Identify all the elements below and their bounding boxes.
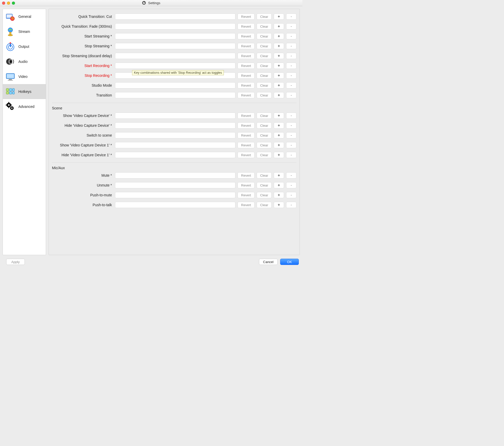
remove-binding-button[interactable]: - bbox=[286, 142, 296, 148]
add-binding-button[interactable]: + bbox=[274, 63, 284, 69]
revert-button[interactable]: Revert bbox=[238, 113, 255, 119]
zoom-icon[interactable] bbox=[12, 2, 15, 5]
clear-button[interactable]: Clear bbox=[257, 202, 272, 208]
ok-button[interactable]: OK bbox=[280, 259, 299, 265]
hotkey-input[interactable] bbox=[115, 152, 235, 158]
add-binding-button[interactable]: + bbox=[274, 33, 284, 39]
clear-button[interactable]: Clear bbox=[257, 63, 272, 69]
clear-button[interactable]: Clear bbox=[257, 152, 272, 158]
clear-button[interactable]: Clear bbox=[257, 132, 272, 138]
remove-binding-button[interactable]: - bbox=[286, 13, 296, 20]
add-binding-button[interactable]: + bbox=[274, 82, 284, 88]
hotkey-input[interactable] bbox=[115, 82, 235, 88]
revert-button[interactable]: Revert bbox=[238, 72, 255, 79]
add-binding-button[interactable]: + bbox=[274, 13, 284, 20]
revert-button[interactable]: Revert bbox=[238, 132, 255, 138]
clear-button[interactable]: Clear bbox=[257, 13, 272, 20]
clear-button[interactable]: Clear bbox=[257, 23, 272, 29]
clear-button[interactable]: Clear bbox=[257, 192, 272, 198]
minimize-icon[interactable] bbox=[7, 2, 10, 5]
remove-binding-button[interactable]: - bbox=[286, 53, 296, 59]
add-binding-button[interactable]: + bbox=[274, 122, 284, 129]
clear-button[interactable]: Clear bbox=[257, 72, 272, 79]
cancel-button[interactable]: Cancel bbox=[259, 259, 278, 265]
add-binding-button[interactable]: + bbox=[274, 192, 284, 198]
add-binding-button[interactable]: + bbox=[274, 113, 284, 119]
clear-button[interactable]: Clear bbox=[257, 172, 272, 179]
revert-button[interactable]: Revert bbox=[238, 63, 255, 69]
apply-button[interactable]: Apply bbox=[6, 259, 25, 265]
clear-button[interactable]: Clear bbox=[257, 92, 272, 98]
revert-button[interactable]: Revert bbox=[238, 142, 255, 148]
hotkey-input[interactable] bbox=[115, 132, 235, 138]
remove-binding-button[interactable]: - bbox=[286, 122, 296, 129]
add-binding-button[interactable]: + bbox=[274, 152, 284, 158]
clear-button[interactable]: Clear bbox=[257, 122, 272, 129]
hotkey-input[interactable] bbox=[115, 33, 235, 39]
revert-button[interactable]: Revert bbox=[238, 122, 255, 129]
sidebar-item-output[interactable]: Output bbox=[3, 39, 46, 54]
hotkey-input[interactable] bbox=[115, 202, 235, 208]
remove-binding-button[interactable]: - bbox=[286, 92, 296, 98]
remove-binding-button[interactable]: - bbox=[286, 23, 296, 29]
revert-button[interactable]: Revert bbox=[238, 23, 255, 29]
close-icon[interactable] bbox=[2, 2, 5, 5]
add-binding-button[interactable]: + bbox=[274, 202, 284, 208]
hotkey-input[interactable] bbox=[115, 182, 235, 188]
remove-binding-button[interactable]: - bbox=[286, 33, 296, 39]
hotkey-input[interactable] bbox=[115, 113, 235, 119]
add-binding-button[interactable]: + bbox=[274, 172, 284, 179]
add-binding-button[interactable]: + bbox=[274, 53, 284, 59]
add-binding-button[interactable]: + bbox=[274, 43, 284, 49]
revert-button[interactable]: Revert bbox=[238, 152, 255, 158]
revert-button[interactable]: Revert bbox=[238, 82, 255, 88]
clear-button[interactable]: Clear bbox=[257, 43, 272, 49]
remove-binding-button[interactable]: - bbox=[286, 72, 296, 79]
hotkey-input[interactable] bbox=[115, 43, 235, 49]
add-binding-button[interactable]: + bbox=[274, 23, 284, 29]
clear-button[interactable]: Clear bbox=[257, 182, 272, 188]
hotkey-input[interactable] bbox=[115, 122, 235, 129]
revert-button[interactable]: Revert bbox=[238, 202, 255, 208]
revert-button[interactable]: Revert bbox=[238, 13, 255, 20]
hotkey-input[interactable] bbox=[115, 63, 235, 69]
hotkey-input[interactable] bbox=[115, 23, 235, 29]
revert-button[interactable]: Revert bbox=[238, 43, 255, 49]
sidebar-item-general[interactable]: General bbox=[3, 9, 46, 24]
add-binding-button[interactable]: + bbox=[274, 132, 284, 138]
clear-button[interactable]: Clear bbox=[257, 113, 272, 119]
revert-button[interactable]: Revert bbox=[238, 33, 255, 39]
sidebar-item-hotkeys[interactable]: Hotkeys bbox=[3, 84, 46, 99]
remove-binding-button[interactable]: - bbox=[286, 132, 296, 138]
hotkey-input[interactable] bbox=[115, 92, 235, 98]
revert-button[interactable]: Revert bbox=[238, 172, 255, 179]
hotkey-input[interactable] bbox=[115, 72, 235, 79]
remove-binding-button[interactable]: - bbox=[286, 192, 296, 198]
hotkey-input[interactable] bbox=[115, 53, 235, 59]
hotkey-input[interactable] bbox=[115, 13, 235, 20]
sidebar-item-advanced[interactable]: Advanced bbox=[3, 99, 46, 114]
remove-binding-button[interactable]: - bbox=[286, 82, 296, 88]
revert-button[interactable]: Revert bbox=[238, 92, 255, 98]
remove-binding-button[interactable]: - bbox=[286, 182, 296, 188]
hotkey-input[interactable] bbox=[115, 172, 235, 179]
remove-binding-button[interactable]: - bbox=[286, 43, 296, 49]
sidebar-item-video[interactable]: Video bbox=[3, 69, 46, 84]
remove-binding-button[interactable]: - bbox=[286, 63, 296, 69]
clear-button[interactable]: Clear bbox=[257, 33, 272, 39]
add-binding-button[interactable]: + bbox=[274, 142, 284, 148]
revert-button[interactable]: Revert bbox=[238, 192, 255, 198]
remove-binding-button[interactable]: - bbox=[286, 113, 296, 119]
add-binding-button[interactable]: + bbox=[274, 182, 284, 188]
clear-button[interactable]: Clear bbox=[257, 142, 272, 148]
clear-button[interactable]: Clear bbox=[257, 82, 272, 88]
add-binding-button[interactable]: + bbox=[274, 92, 284, 98]
remove-binding-button[interactable]: - bbox=[286, 152, 296, 158]
remove-binding-button[interactable]: - bbox=[286, 172, 296, 179]
clear-button[interactable]: Clear bbox=[257, 53, 272, 59]
revert-button[interactable]: Revert bbox=[238, 182, 255, 188]
sidebar-item-audio[interactable]: Audio bbox=[3, 54, 46, 69]
add-binding-button[interactable]: + bbox=[274, 72, 284, 79]
sidebar-item-stream[interactable]: Stream bbox=[3, 24, 46, 39]
hotkey-input[interactable] bbox=[115, 142, 235, 148]
